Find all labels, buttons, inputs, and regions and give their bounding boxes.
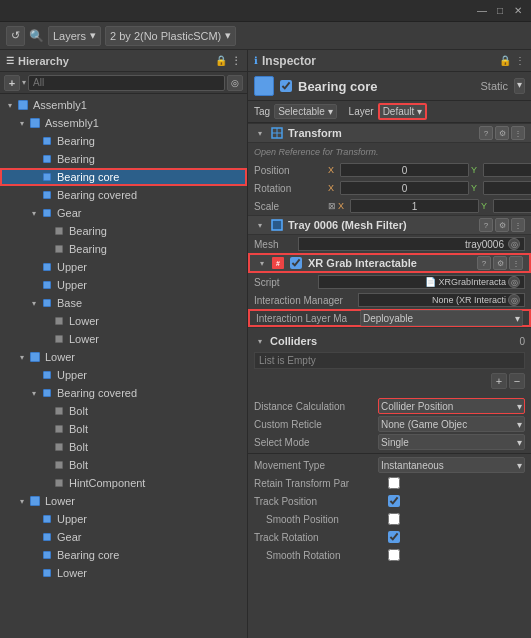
colliders-header: ▾ Colliders 0 — [254, 332, 525, 350]
mesh-settings-btn[interactable]: ⚙ — [495, 218, 509, 232]
history-button[interactable]: ↺ — [6, 26, 25, 46]
tree-item-bearing4[interactable]: ▷ Bearing — [0, 240, 247, 258]
tree-arrow: ▷ — [40, 245, 52, 254]
tree-icon — [40, 296, 54, 310]
tree-item-bearing-covered2[interactable]: ▾ Bearing covered — [0, 384, 247, 402]
tree-arrow: ▾ — [4, 101, 16, 110]
search-input[interactable] — [28, 75, 225, 91]
smooth-position-checkbox[interactable] — [388, 513, 400, 525]
xr-grab-header[interactable]: ▾ # XR Grab Interactable ? ⚙ ⋮ — [248, 253, 531, 273]
static-dropdown[interactable]: ▾ — [514, 78, 525, 94]
xr-enabled-checkbox[interactable] — [290, 257, 302, 269]
interaction-layer-dropdown[interactable]: Deployable ▾ — [360, 310, 523, 326]
tree-icon — [28, 350, 42, 364]
tree-item-bolt1[interactable]: ▷ Bolt — [0, 402, 247, 420]
transform-more-btn[interactable]: ⋮ — [511, 126, 525, 140]
tree-item-assembly1-child[interactable]: ▾ Assembly1 — [0, 114, 247, 132]
tree-item-lower3[interactable]: ▷ Lower — [0, 564, 247, 582]
tree-item-hint[interactable]: ▷ HintComponent — [0, 474, 247, 492]
tree-label: Upper — [57, 261, 87, 273]
custom-reticle-dropdown[interactable]: None (Game Objec ▾ — [378, 416, 525, 432]
tree-item-upper3[interactable]: ▷ Upper — [0, 366, 247, 384]
tree-item-bearing3[interactable]: ▷ Bearing — [0, 222, 247, 240]
rot-x-input[interactable] — [340, 181, 469, 195]
movement-type-dropdown[interactable]: Instantaneous ▾ — [378, 457, 525, 473]
tree-item-assembly1-root[interactable]: ▾ Assembly1 — [0, 96, 247, 114]
tree-icon — [52, 314, 66, 328]
tree-item-bearing-core2[interactable]: ▷ Bearing core — [0, 546, 247, 564]
tree-item-bearing-covered[interactable]: ▷ Bearing covered — [0, 186, 247, 204]
tag-dropdown[interactable]: Selectable ▾ — [274, 104, 336, 119]
mesh-help-btn[interactable]: ? — [479, 218, 493, 232]
transform-settings-btn[interactable]: ⚙ — [495, 126, 509, 140]
static-label: Static — [480, 80, 508, 92]
close-button[interactable]: ✕ — [509, 2, 527, 20]
select-mode-dropdown[interactable]: Single ▾ — [378, 434, 525, 450]
layer-dropdown[interactable]: Default ▾ — [378, 103, 427, 120]
scale-xyz: ⊠ X Y Z — [328, 199, 531, 213]
tree-item-base[interactable]: ▾ Base — [0, 294, 247, 312]
search-mode-btn[interactable]: ◎ — [227, 75, 243, 91]
mesh-pick-btn[interactable]: ◎ — [508, 238, 520, 250]
hierarchy-panel: ☰ Hierarchy 🔒 ⋮ + ▾ ◎ ▾ Assembly1 ▾ Asse… — [0, 50, 248, 638]
tree-item-bearing2[interactable]: ▷ Bearing — [0, 150, 247, 168]
tree-item-lower-group2[interactable]: ▾ Lower — [0, 492, 247, 510]
tree-arrow: ▷ — [40, 443, 52, 452]
inspector-content: Bearing core Static ▾ Tag Selectable ▾ L… — [248, 72, 531, 638]
tree-item-bolt4[interactable]: ▷ Bolt — [0, 456, 247, 474]
mesh-filter-header[interactable]: ▾ Tray 0006 (Mesh Filter) ? ⚙ ⋮ — [248, 215, 531, 235]
scale-y-input[interactable] — [493, 199, 531, 213]
distance-calc-dropdown[interactable]: Collider Position ▾ — [378, 398, 525, 414]
hierarchy-more-icon[interactable]: ⋮ — [231, 55, 241, 66]
tree-item-lower2[interactable]: ▷ Lower — [0, 330, 247, 348]
xr-more-btn[interactable]: ⋮ — [509, 256, 523, 270]
track-position-checkbox[interactable] — [388, 495, 400, 507]
layout-dropdown[interactable]: 2 by 2(No PlasticSCM) ▾ — [105, 26, 236, 46]
hierarchy-lock-icon[interactable]: 🔒 — [215, 55, 227, 66]
mesh-value: tray0006 — [303, 239, 504, 250]
retain-transform-checkbox[interactable] — [388, 477, 400, 489]
toolbar: ↺ 🔍 Layers ▾ 2 by 2(No PlasticSCM) ▾ — [0, 22, 531, 50]
hierarchy-header: ☰ Hierarchy 🔒 ⋮ — [0, 50, 247, 72]
script-value: XRGrabInteracta — [438, 277, 506, 287]
track-rotation-checkbox[interactable] — [388, 531, 400, 543]
tree-item-bolt3[interactable]: ▷ Bolt — [0, 438, 247, 456]
layers-label: Layers — [53, 30, 86, 42]
collider-add-btn[interactable]: + — [491, 373, 507, 389]
maximize-button[interactable]: □ — [491, 2, 509, 20]
object-enabled-checkbox[interactable] — [280, 80, 292, 92]
tree-item-bearing1[interactable]: ▷ Bearing — [0, 132, 247, 150]
tree-item-lower-group[interactable]: ▾ Lower — [0, 348, 247, 366]
tree-item-upper1[interactable]: ▷ Upper — [0, 258, 247, 276]
transform-header[interactable]: ▾ Transform ? ⚙ ⋮ — [248, 123, 531, 143]
xr-settings-btn[interactable]: ⚙ — [493, 256, 507, 270]
tree-label: Bolt — [69, 441, 88, 453]
tree-item-bolt2[interactable]: ▷ Bolt — [0, 420, 247, 438]
add-button[interactable]: + — [4, 75, 20, 91]
layers-dropdown[interactable]: Layers ▾ — [48, 26, 101, 46]
custom-reticle-label: Custom Reticle — [254, 419, 374, 430]
tree-arrow: ▾ — [28, 389, 40, 398]
minimize-button[interactable]: — — [473, 2, 491, 20]
tree-item-lower1[interactable]: ▷ Lower — [0, 312, 247, 330]
scale-x-input[interactable] — [350, 199, 479, 213]
position-row: Position X Y Z — [248, 161, 531, 179]
script-pick-btn[interactable]: ◎ — [508, 276, 520, 288]
collider-remove-btn[interactable]: − — [509, 373, 525, 389]
tree-item-bearing-core[interactable]: ▷ Bearing core — [0, 168, 247, 186]
interaction-mgr-pick-btn[interactable]: ◎ — [508, 294, 520, 306]
tree-item-gear[interactable]: ▾ Gear — [0, 204, 247, 222]
xr-help-btn[interactable]: ? — [477, 256, 491, 270]
tree-item-gear2[interactable]: ▷ Gear — [0, 528, 247, 546]
inspector-lock-icon[interactable]: 🔒 — [499, 55, 511, 66]
mesh-more-btn[interactable]: ⋮ — [511, 218, 525, 232]
pos-x-input[interactable] — [340, 163, 469, 177]
rot-y-input[interactable] — [483, 181, 531, 195]
transform-help-btn[interactable]: ? — [479, 126, 493, 140]
tree-label: HintComponent — [69, 477, 145, 489]
pos-y-input[interactable] — [483, 163, 531, 177]
inspector-more-icon[interactable]: ⋮ — [515, 55, 525, 66]
tree-item-upper2[interactable]: ▷ Upper — [0, 276, 247, 294]
tree-item-upper4[interactable]: ▷ Upper — [0, 510, 247, 528]
smooth-rotation-checkbox[interactable] — [388, 549, 400, 561]
